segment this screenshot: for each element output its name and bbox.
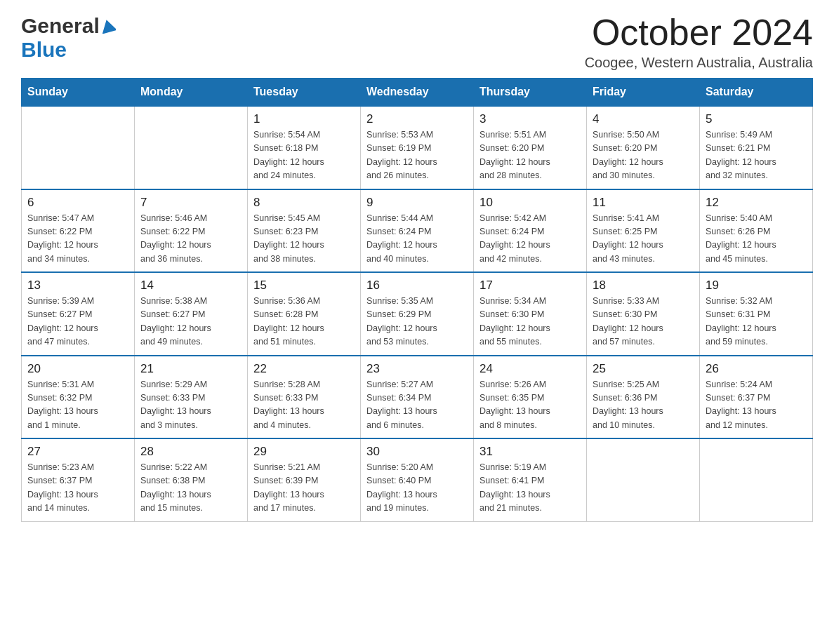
calendar-cell: 27Sunrise: 5:23 AM Sunset: 6:37 PM Dayli… bbox=[22, 438, 135, 521]
day-number: 24 bbox=[479, 362, 581, 376]
main-title: October 2024 bbox=[585, 14, 813, 51]
day-info: Sunrise: 5:32 AM Sunset: 6:31 PM Dayligh… bbox=[706, 295, 807, 349]
day-number: 3 bbox=[479, 112, 581, 126]
day-info: Sunrise: 5:20 AM Sunset: 6:40 PM Dayligh… bbox=[366, 461, 468, 516]
weekday-header-sunday: Sunday bbox=[22, 79, 135, 107]
calendar-header: SundayMondayTuesdayWednesdayThursdayFrid… bbox=[22, 79, 813, 107]
calendar-cell: 12Sunrise: 5:40 AM Sunset: 6:26 PM Dayli… bbox=[700, 189, 813, 273]
day-number: 9 bbox=[366, 196, 468, 210]
weekday-header-saturday: Saturday bbox=[700, 79, 813, 107]
calendar-cell bbox=[135, 106, 248, 189]
day-number: 26 bbox=[706, 362, 807, 376]
day-info: Sunrise: 5:38 AM Sunset: 6:27 PM Dayligh… bbox=[140, 295, 241, 349]
day-info: Sunrise: 5:46 AM Sunset: 6:22 PM Dayligh… bbox=[140, 212, 241, 267]
calendar-week-row: 1Sunrise: 5:54 AM Sunset: 6:18 PM Daylig… bbox=[22, 106, 813, 189]
day-info: Sunrise: 5:34 AM Sunset: 6:30 PM Dayligh… bbox=[479, 295, 581, 349]
day-number: 31 bbox=[479, 445, 581, 459]
day-number: 4 bbox=[593, 112, 694, 126]
calendar-cell: 7Sunrise: 5:46 AM Sunset: 6:22 PM Daylig… bbox=[135, 189, 248, 273]
day-info: Sunrise: 5:54 AM Sunset: 6:18 PM Dayligh… bbox=[253, 128, 355, 183]
calendar-cell: 24Sunrise: 5:26 AM Sunset: 6:35 PM Dayli… bbox=[474, 356, 587, 439]
logo-wrapper: General bbox=[21, 14, 117, 38]
day-number: 20 bbox=[27, 362, 128, 376]
calendar-cell: 15Sunrise: 5:36 AM Sunset: 6:28 PM Dayli… bbox=[248, 272, 361, 356]
day-number: 16 bbox=[366, 279, 468, 293]
calendar-cell: 17Sunrise: 5:34 AM Sunset: 6:30 PM Dayli… bbox=[474, 272, 587, 356]
weekday-header-friday: Friday bbox=[587, 79, 700, 107]
calendar-cell: 10Sunrise: 5:42 AM Sunset: 6:24 PM Dayli… bbox=[474, 189, 587, 273]
logo-triangle-icon bbox=[100, 18, 116, 34]
calendar-cell: 21Sunrise: 5:29 AM Sunset: 6:33 PM Dayli… bbox=[135, 356, 248, 439]
day-number: 14 bbox=[140, 279, 241, 293]
day-number: 15 bbox=[253, 279, 355, 293]
day-info: Sunrise: 5:50 AM Sunset: 6:20 PM Dayligh… bbox=[593, 128, 694, 183]
day-info: Sunrise: 5:24 AM Sunset: 6:37 PM Dayligh… bbox=[706, 378, 807, 433]
calendar-cell: 1Sunrise: 5:54 AM Sunset: 6:18 PM Daylig… bbox=[248, 106, 361, 189]
day-number: 11 bbox=[593, 196, 694, 210]
day-number: 19 bbox=[706, 279, 807, 293]
logo-blue-label: Blue bbox=[21, 38, 67, 61]
calendar-cell: 30Sunrise: 5:20 AM Sunset: 6:40 PM Dayli… bbox=[361, 438, 474, 521]
day-number: 13 bbox=[27, 279, 128, 293]
weekday-header-monday: Monday bbox=[135, 79, 248, 107]
calendar-cell: 18Sunrise: 5:33 AM Sunset: 6:30 PM Dayli… bbox=[587, 272, 700, 356]
calendar-cell: 4Sunrise: 5:50 AM Sunset: 6:20 PM Daylig… bbox=[587, 106, 700, 189]
day-info: Sunrise: 5:33 AM Sunset: 6:30 PM Dayligh… bbox=[593, 295, 694, 349]
calendar-cell: 14Sunrise: 5:38 AM Sunset: 6:27 PM Dayli… bbox=[135, 272, 248, 356]
calendar-cell: 16Sunrise: 5:35 AM Sunset: 6:29 PM Dayli… bbox=[361, 272, 474, 356]
day-info: Sunrise: 5:22 AM Sunset: 6:38 PM Dayligh… bbox=[140, 461, 241, 516]
day-info: Sunrise: 5:44 AM Sunset: 6:24 PM Dayligh… bbox=[366, 212, 468, 267]
calendar-table: SundayMondayTuesdayWednesdayThursdayFrid… bbox=[21, 78, 813, 522]
day-info: Sunrise: 5:53 AM Sunset: 6:19 PM Dayligh… bbox=[366, 128, 468, 183]
day-number: 23 bbox=[366, 362, 468, 376]
calendar-week-row: 6Sunrise: 5:47 AM Sunset: 6:22 PM Daylig… bbox=[22, 189, 813, 273]
logo-blue-text: Blue bbox=[21, 38, 67, 62]
calendar-cell: 5Sunrise: 5:49 AM Sunset: 6:21 PM Daylig… bbox=[700, 106, 813, 189]
calendar-cell: 25Sunrise: 5:25 AM Sunset: 6:36 PM Dayli… bbox=[587, 356, 700, 439]
day-info: Sunrise: 5:49 AM Sunset: 6:21 PM Dayligh… bbox=[706, 128, 807, 183]
calendar-cell: 9Sunrise: 5:44 AM Sunset: 6:24 PM Daylig… bbox=[361, 189, 474, 273]
day-info: Sunrise: 5:35 AM Sunset: 6:29 PM Dayligh… bbox=[366, 295, 468, 349]
day-number: 12 bbox=[706, 196, 807, 210]
day-info: Sunrise: 5:25 AM Sunset: 6:36 PM Dayligh… bbox=[593, 378, 694, 433]
calendar-body: 1Sunrise: 5:54 AM Sunset: 6:18 PM Daylig… bbox=[22, 106, 813, 521]
day-number: 7 bbox=[140, 196, 241, 210]
day-info: Sunrise: 5:23 AM Sunset: 6:37 PM Dayligh… bbox=[27, 461, 128, 516]
calendar-cell: 28Sunrise: 5:22 AM Sunset: 6:38 PM Dayli… bbox=[135, 438, 248, 521]
calendar-cell: 26Sunrise: 5:24 AM Sunset: 6:37 PM Dayli… bbox=[700, 356, 813, 439]
calendar-week-row: 20Sunrise: 5:31 AM Sunset: 6:32 PM Dayli… bbox=[22, 356, 813, 439]
day-number: 18 bbox=[593, 279, 694, 293]
logo-area: General Blue bbox=[21, 14, 117, 62]
calendar-cell: 31Sunrise: 5:19 AM Sunset: 6:41 PM Dayli… bbox=[474, 438, 587, 521]
weekday-header-row: SundayMondayTuesdayWednesdayThursdayFrid… bbox=[22, 79, 813, 107]
day-info: Sunrise: 5:36 AM Sunset: 6:28 PM Dayligh… bbox=[253, 295, 355, 349]
day-number: 6 bbox=[27, 196, 128, 210]
day-info: Sunrise: 5:27 AM Sunset: 6:34 PM Dayligh… bbox=[366, 378, 468, 433]
day-number: 25 bbox=[593, 362, 694, 376]
calendar-cell: 20Sunrise: 5:31 AM Sunset: 6:32 PM Dayli… bbox=[22, 356, 135, 439]
day-info: Sunrise: 5:41 AM Sunset: 6:25 PM Dayligh… bbox=[593, 212, 694, 267]
calendar-cell: 13Sunrise: 5:39 AM Sunset: 6:27 PM Dayli… bbox=[22, 272, 135, 356]
title-area: October 2024 Coogee, Western Australia, … bbox=[585, 14, 813, 71]
day-info: Sunrise: 5:29 AM Sunset: 6:33 PM Dayligh… bbox=[140, 378, 241, 433]
calendar-cell: 2Sunrise: 5:53 AM Sunset: 6:19 PM Daylig… bbox=[361, 106, 474, 189]
weekday-header-wednesday: Wednesday bbox=[361, 79, 474, 107]
calendar-week-row: 27Sunrise: 5:23 AM Sunset: 6:37 PM Dayli… bbox=[22, 438, 813, 521]
logo-general-text: General bbox=[21, 14, 100, 38]
day-info: Sunrise: 5:19 AM Sunset: 6:41 PM Dayligh… bbox=[479, 461, 581, 516]
calendar-week-row: 13Sunrise: 5:39 AM Sunset: 6:27 PM Dayli… bbox=[22, 272, 813, 356]
svg-marker-0 bbox=[100, 18, 116, 34]
calendar-cell: 6Sunrise: 5:47 AM Sunset: 6:22 PM Daylig… bbox=[22, 189, 135, 273]
day-info: Sunrise: 5:47 AM Sunset: 6:22 PM Dayligh… bbox=[27, 212, 128, 267]
day-number: 22 bbox=[253, 362, 355, 376]
calendar-cell: 23Sunrise: 5:27 AM Sunset: 6:34 PM Dayli… bbox=[361, 356, 474, 439]
day-number: 17 bbox=[479, 279, 581, 293]
day-info: Sunrise: 5:42 AM Sunset: 6:24 PM Dayligh… bbox=[479, 212, 581, 267]
calendar-cell bbox=[587, 438, 700, 521]
day-number: 27 bbox=[27, 445, 128, 459]
page-header: General Blue October 2024 Coogee, Wester… bbox=[21, 14, 813, 71]
day-info: Sunrise: 5:31 AM Sunset: 6:32 PM Dayligh… bbox=[27, 378, 128, 433]
day-info: Sunrise: 5:39 AM Sunset: 6:27 PM Dayligh… bbox=[27, 295, 128, 349]
day-info: Sunrise: 5:40 AM Sunset: 6:26 PM Dayligh… bbox=[706, 212, 807, 267]
calendar-cell bbox=[700, 438, 813, 521]
